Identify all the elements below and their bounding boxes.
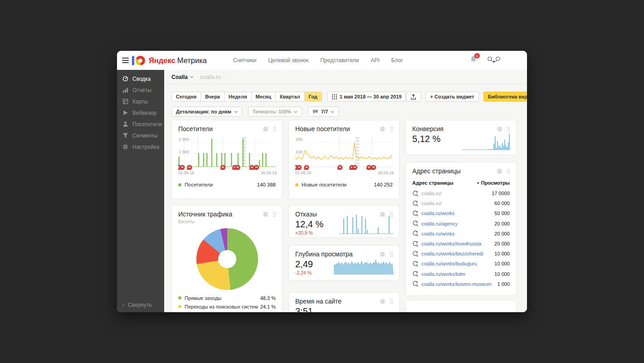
gear-icon[interactable] (497, 126, 503, 132)
url-table-body: coalla.ru/17 0000coalla.ru/60 000coalla.… (406, 188, 516, 289)
sidebar-item-gauge[interactable]: Сводка (117, 73, 164, 84)
svg-text:30.04.19: 30.04.19 (378, 171, 394, 175)
page-views-value: 60 000 (494, 201, 510, 206)
time-sparkline[interactable] (340, 310, 394, 312)
top-nav-item[interactable]: API (371, 57, 379, 64)
create-widget-button[interactable]: + Создать виджет (425, 92, 478, 102)
sort-desc-icon: ▼ (477, 182, 480, 185)
collapse-label: Свернуть (128, 302, 152, 308)
range-button[interactable]: Квартал (276, 92, 305, 102)
svg-text:Н: Н (251, 166, 253, 169)
gear-icon[interactable] (497, 168, 503, 174)
traffic-pie-legend: Прямые заходы48,3 %Переходы из поисковых… (172, 294, 282, 311)
sidebar-item-segments[interactable]: Сегменты (117, 130, 164, 141)
detail-dropdown[interactable]: Детализация: по дням (171, 107, 242, 117)
conversion-sparkline[interactable] (462, 132, 510, 150)
goal-icon (412, 251, 418, 257)
sidebar-collapse-button[interactable]: ‹ Свернуть (122, 302, 152, 308)
svg-text:Н: Н (222, 166, 224, 169)
date-range-segments: СегодняВчераНеделяМесяцКварталГод (171, 92, 322, 102)
sidebar: СводкаОтчётыКартыВебвизорПосетителиСегме… (117, 70, 164, 312)
svg-text:1: 1 (178, 166, 180, 169)
page-url-link[interactable]: coalla.ru/works (421, 211, 454, 216)
sidebar-item-label: Карты (132, 98, 148, 105)
gauge-icon (122, 76, 128, 82)
new-visitors-chart[interactable]: 10020001.05.1830.04.191ННННННН (295, 135, 393, 179)
counter-name: Coalla (171, 74, 188, 80)
widget-traffic-source: Источник трафика Визиты Прямые заходы4 (171, 205, 283, 312)
page-url-link[interactable]: coalla.ru/ (421, 191, 442, 196)
range-button[interactable]: Сегодня (171, 92, 201, 102)
counter-domain[interactable]: coalla.ru · · (200, 74, 227, 80)
page-url-link[interactable]: coalla.ru/works/love4russia (421, 241, 481, 246)
notifications-button[interactable]: 1 (470, 55, 477, 65)
grid-column-1: Посетители 1 0002 00001.05.1830.04.191НН… (171, 120, 283, 312)
app-body: СводкаОтчётыКартыВебвизорПосетителиСегме… (117, 70, 527, 312)
grid-column-3: Конверсия 5,12 % Адрес стр (405, 120, 517, 312)
sidebar-item-report[interactable]: Отчёты (117, 84, 164, 96)
top-nav-item[interactable]: Целевой звонок (268, 57, 308, 64)
bounce-sparkline[interactable] (339, 212, 394, 234)
depth-sparkline[interactable] (334, 256, 394, 275)
column-url[interactable]: Адрес страницы (412, 180, 454, 186)
visitors-chart[interactable]: 1 0002 00001.05.1830.04.191ННННННН (178, 135, 276, 179)
top-nav-item[interactable]: Представители (320, 57, 359, 64)
counter-selector[interactable]: Coalla (171, 74, 194, 80)
widget-empty (405, 300, 517, 312)
menu-icon[interactable] (122, 56, 129, 64)
traffic-pie-chart[interactable] (196, 228, 258, 290)
sidebar-item-visitors[interactable]: Посетители (117, 118, 164, 130)
top-nav-item[interactable]: Блог (391, 57, 403, 64)
page-url-link[interactable]: coalla.ru/works (421, 231, 454, 236)
range-button[interactable]: Месяц (252, 92, 276, 102)
top-nav-item[interactable]: Счетчики (233, 57, 256, 64)
pie-legend-item: Прямые заходы48,3 % (172, 294, 282, 302)
drag-handle-icon[interactable] (390, 126, 394, 132)
main-content: Coalla coalla.ru · · СегодняВчераНеделяМ… (164, 70, 527, 312)
page-url-link[interactable]: coalla.ru/works/kdm (421, 271, 465, 277)
table-row: coalla.ru/works/kosmo-museum1 000 (406, 279, 516, 289)
page-url-link[interactable]: coalla.ru/ (421, 201, 442, 206)
page-views-value: 20 000 (494, 231, 510, 236)
gear-icon[interactable] (380, 299, 385, 304)
sidebar-item-settings[interactable]: Настройка (117, 141, 164, 152)
range-button[interactable]: Год (305, 92, 322, 102)
top-header: Яндекс Метрика СчетчикиЦелевой звонокПре… (117, 51, 527, 70)
drag-handle-icon[interactable] (507, 168, 511, 174)
page-url-link[interactable]: coalla.ru/works/buduguru (421, 261, 477, 266)
drag-handle-icon[interactable] (273, 126, 277, 132)
gear-icon[interactable] (263, 211, 268, 217)
notification-badge: 1 (474, 53, 480, 59)
svg-text:Н: Н (368, 166, 370, 169)
gear-icon[interactable] (380, 126, 385, 132)
widget-visitors: Посетители 1 0002 00001.05.1830.04.191НН… (171, 120, 283, 199)
koala-account-icon[interactable] (487, 56, 501, 65)
yandex-logo-bar-icon (132, 56, 134, 65)
date-range-label: 1 мая 2018 — 30 апр 2019 (340, 94, 402, 99)
range-button[interactable]: Вчера (201, 92, 224, 102)
sidebar-item-maps[interactable]: Карты (117, 96, 164, 107)
page-url-link[interactable]: coalla.ru/works/kosmo-museum (421, 281, 492, 287)
drag-handle-icon[interactable] (390, 299, 394, 304)
page-views-value: 20 000 (494, 241, 510, 246)
page-url-link[interactable]: coalla.ru/agency (421, 221, 458, 226)
drag-handle-icon[interactable] (273, 211, 277, 217)
sidebar-item-label: Настройка (132, 144, 159, 150)
brand-logo[interactable]: Яндекс Метрика (132, 56, 207, 65)
sidebar-item-webvisor[interactable]: Вебвизор (117, 107, 164, 118)
page-url-link[interactable]: coalla.ru/works/bezocheredi (421, 251, 483, 256)
accuracy-dropdown[interactable]: Точность: 100% (248, 107, 302, 117)
table-row: coalla.ru/agency20 000 (406, 219, 516, 229)
widget-new-visitors: Новые посетители 10020001.05.1830.04.191… (288, 120, 400, 199)
goals-dropdown[interactable]: 7/7 (308, 107, 339, 117)
date-range-picker[interactable]: 1 мая 2018 — 30 апр 2019 (327, 92, 406, 102)
range-button[interactable]: Неделя (224, 92, 252, 102)
gear-icon[interactable] (263, 126, 268, 132)
widget-library-button[interactable]: Библиотека виджетов (483, 92, 527, 102)
chevron-down-icon (190, 76, 194, 78)
export-button[interactable] (406, 92, 421, 102)
column-views[interactable]: ▼ Просмотры (477, 180, 510, 186)
chevron-down-icon (294, 111, 298, 113)
drag-handle-icon[interactable] (507, 126, 511, 132)
svg-text:Н: Н (305, 166, 307, 169)
